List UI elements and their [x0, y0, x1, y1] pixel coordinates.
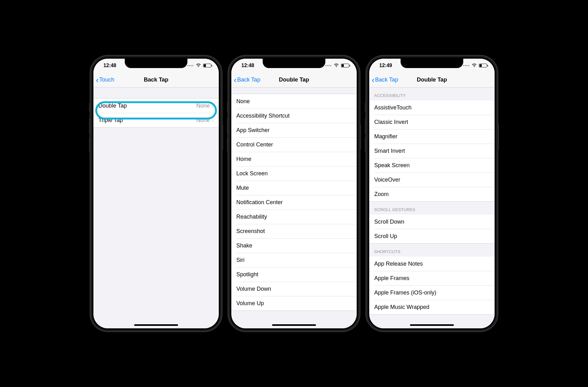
home-indicator[interactable] — [134, 324, 178, 326]
row-label: Triple Tap — [98, 117, 196, 124]
row-label: Zoom — [374, 191, 490, 198]
notch — [401, 59, 463, 68]
back-label: Back Tap — [237, 77, 260, 83]
shortcuts-group: App Release Notes Apple Frames Apple Fra… — [369, 257, 495, 315]
chevron-left-icon: ‹ — [234, 76, 237, 84]
wifi-icon — [333, 63, 339, 68]
scroll-gestures-group: Scroll Down Scroll Up — [369, 215, 495, 244]
screen: 12:48 •••• ‹ Back Tap Double Tap — [231, 59, 357, 328]
status-time: 12:48 — [241, 63, 254, 68]
list-item[interactable]: Apple Frames — [369, 271, 495, 285]
list-item[interactable]: Screenshot — [231, 224, 357, 238]
content-area: Double Tap None › Triple Tap None › — [93, 87, 219, 328]
screen: 12:48 •••• ‹ Touch Back Tap — [93, 59, 219, 328]
row-label: Scroll Up — [374, 233, 490, 240]
notch — [263, 59, 325, 68]
volume-up-button[interactable] — [89, 118, 90, 134]
volume-down-button[interactable] — [365, 137, 366, 153]
section-header-scroll-gestures: Scroll Gestures — [369, 202, 495, 215]
row-label: Accessibility Shortcut — [236, 113, 352, 119]
content-area[interactable]: None Accessibility Shortcut App Switcher… — [231, 87, 357, 328]
row-label: Spotlight — [236, 271, 352, 278]
list-item[interactable]: Apple Music Wrapped — [369, 300, 495, 314]
volume-up-button[interactable] — [227, 118, 228, 134]
back-button[interactable]: ‹ Touch — [96, 76, 114, 84]
list-item[interactable]: Home — [231, 152, 357, 166]
home-indicator[interactable] — [272, 324, 316, 326]
accessibility-group: AssistiveTouch Classic Invert Magnifier … — [369, 100, 495, 202]
row-label: Control Center — [236, 141, 352, 148]
phone-frame: 12:48 •••• ‹ Touch Back Tap — [90, 56, 222, 331]
home-indicator[interactable] — [410, 324, 454, 326]
list-item[interactable]: Notification Center — [231, 195, 357, 209]
row-label: Magnifier — [374, 133, 490, 140]
section-header-shortcuts: Shortcuts — [369, 244, 495, 257]
notch — [125, 59, 187, 68]
list-item[interactable]: Zoom — [369, 187, 495, 201]
battery-icon — [341, 64, 349, 67]
row-label: Volume Up — [236, 300, 352, 307]
list-item[interactable]: Apple Frames (iOS-only) — [369, 285, 495, 300]
mute-switch[interactable] — [89, 103, 90, 112]
status-time: 12:48 — [103, 63, 116, 68]
row-label: Reachability — [236, 214, 352, 220]
row-triple-tap[interactable]: Triple Tap None › — [93, 113, 219, 127]
power-button[interactable] — [222, 125, 223, 150]
list-item[interactable]: Magnifier — [369, 129, 495, 144]
mute-switch[interactable] — [227, 103, 228, 112]
row-label: Apple Frames — [374, 275, 490, 282]
list-item[interactable]: Scroll Down — [369, 215, 495, 229]
row-label: Shake — [236, 242, 352, 249]
list-item[interactable]: Classic Invert — [369, 115, 495, 129]
list-item[interactable]: Speak Screen — [369, 158, 495, 172]
list-item[interactable]: Reachability — [231, 209, 357, 224]
row-label: Double Tap — [98, 103, 196, 109]
volume-down-button[interactable] — [89, 137, 90, 153]
list-item[interactable]: Accessibility Shortcut — [231, 109, 357, 123]
list-item[interactable]: Lock Screen — [231, 166, 357, 181]
row-label: App Release Notes — [374, 261, 490, 267]
list-item[interactable]: Mute — [231, 181, 357, 195]
row-label: Notification Center — [236, 199, 352, 206]
list-item[interactable]: Control Center — [231, 137, 357, 152]
mute-switch[interactable] — [365, 103, 366, 112]
nav-bar: ‹ Back Tap Double Tap — [369, 72, 495, 87]
list-item[interactable]: Scroll Up — [369, 229, 495, 243]
list-item[interactable]: VoiceOver — [369, 172, 495, 187]
list-item[interactable]: Spotlight — [231, 267, 357, 282]
row-label: None — [236, 98, 352, 105]
list-item[interactable]: Volume Up — [231, 296, 357, 310]
signal-dots-icon: •••• — [463, 63, 470, 68]
back-button[interactable]: ‹ Back Tap — [372, 76, 398, 84]
power-button[interactable] — [360, 125, 361, 150]
list-item[interactable]: Smart Invert — [369, 144, 495, 158]
list-item[interactable]: Siri — [231, 253, 357, 267]
screen: 12:49 •••• ‹ Back Tap Double Tap Accessi… — [369, 59, 495, 328]
list-item[interactable]: None — [231, 94, 357, 109]
row-label: Classic Invert — [374, 119, 490, 125]
list-item[interactable]: Volume Down — [231, 282, 357, 296]
signal-dots-icon: •••• — [187, 63, 194, 68]
volume-down-button[interactable] — [227, 137, 228, 153]
list-item[interactable]: App Release Notes — [369, 257, 495, 271]
row-detail: None — [196, 103, 210, 109]
back-button[interactable]: ‹ Back Tap — [234, 76, 260, 84]
settings-group: Double Tap None › Triple Tap None › — [93, 98, 219, 128]
row-label: Apple Music Wrapped — [374, 304, 490, 310]
page-title: Double Tap — [279, 77, 309, 83]
row-label: Smart Invert — [374, 148, 490, 154]
content-area[interactable]: Accessibility AssistiveTouch Classic Inv… — [369, 87, 495, 328]
signal-dots-icon: •••• — [325, 63, 332, 68]
page-title: Back Tap — [144, 77, 169, 83]
volume-up-button[interactable] — [365, 118, 366, 134]
row-label: Mute — [236, 185, 352, 191]
row-double-tap[interactable]: Double Tap None › — [93, 98, 219, 113]
list-item[interactable]: AssistiveTouch — [369, 100, 495, 115]
list-item[interactable]: Shake — [231, 238, 357, 253]
back-label: Back Tap — [375, 77, 398, 83]
row-label: VoiceOver — [374, 177, 490, 183]
options-group: None Accessibility Shortcut App Switcher… — [231, 94, 357, 311]
power-button[interactable] — [498, 125, 499, 150]
list-item[interactable]: App Switcher — [231, 123, 357, 137]
row-label: Siri — [236, 257, 352, 263]
